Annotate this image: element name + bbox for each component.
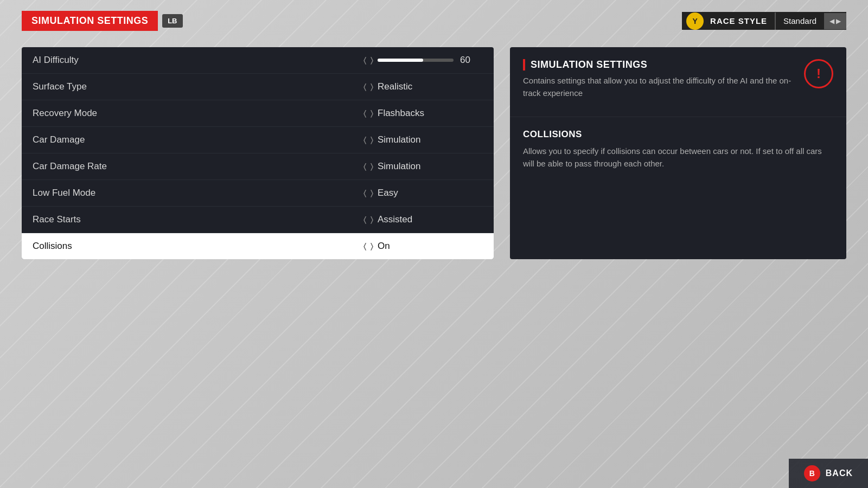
back-label: BACK bbox=[826, 468, 853, 478]
chevron-right-car-damage[interactable]: 〉 bbox=[371, 136, 373, 145]
chevron-right-race-starts[interactable]: 〉 bbox=[371, 215, 373, 224]
row-control-race-starts[interactable]: 〈 〉 Assisted bbox=[363, 214, 483, 225]
race-style-label: RACE STYLE bbox=[708, 12, 775, 30]
row-control-car-damage[interactable]: 〈 〉 Simulation bbox=[363, 134, 483, 145]
info-title-collisions: COLLISIONS bbox=[523, 129, 833, 140]
settings-row-collisions[interactable]: Collisions 〈 〉 On bbox=[22, 233, 494, 259]
settings-row-low-fuel-mode[interactable]: Low Fuel Mode 〈 〉 Easy bbox=[22, 180, 494, 207]
settings-panel: AI Difficulty 〈 〉 60 Surface Type 〈 bbox=[22, 47, 494, 259]
chevron-right-ai[interactable]: 〉 bbox=[371, 56, 373, 65]
collisions-value: On bbox=[378, 241, 390, 252]
row-label-car-damage: Car Damage bbox=[33, 134, 363, 145]
row-control-car-damage-rate[interactable]: 〈 〉 Simulation bbox=[363, 161, 483, 172]
chevron-right-icon: ▶ bbox=[836, 17, 841, 25]
chevron-right-surface[interactable]: 〉 bbox=[371, 82, 373, 92]
row-label-ai-difficulty: AI Difficulty bbox=[33, 55, 363, 66]
chevron-right-low-fuel[interactable]: 〉 bbox=[371, 189, 373, 198]
chevron-left-race-starts[interactable]: 〈 bbox=[363, 215, 366, 224]
low-fuel-mode-value: Easy bbox=[378, 188, 398, 198]
y-button[interactable]: Y bbox=[686, 12, 704, 30]
info-panel: SIMULATION SETTINGS Contains settings th… bbox=[510, 47, 846, 259]
row-label-low-fuel-mode: Low Fuel Mode bbox=[33, 188, 363, 198]
settings-row-car-damage-rate[interactable]: Car Damage Rate 〈 〉 Simulation bbox=[22, 153, 494, 180]
main-area: AI Difficulty 〈 〉 60 Surface Type 〈 bbox=[0, 47, 868, 259]
info-title: SIMULATION SETTINGS bbox=[523, 59, 804, 70]
ai-difficulty-slider-container: 60 bbox=[378, 55, 470, 66]
row-control-surface-type[interactable]: 〈 〉 Realistic bbox=[363, 81, 483, 92]
sim-settings-title: Simulation Settings bbox=[22, 11, 158, 31]
settings-row-car-damage[interactable]: Car Damage 〈 〉 Simulation bbox=[22, 127, 494, 153]
info-section-1: SIMULATION SETTINGS Contains settings th… bbox=[510, 47, 846, 117]
chevron-left-surface[interactable]: 〈 bbox=[363, 82, 366, 92]
race-style-icon[interactable]: ◀ ▶ bbox=[824, 13, 846, 29]
row-control-collisions[interactable]: 〈 〉 On bbox=[363, 241, 483, 252]
info-section-header: SIMULATION SETTINGS Contains settings th… bbox=[523, 59, 833, 99]
chevron-left-recovery[interactable]: 〈 bbox=[363, 109, 366, 118]
chevron-right-car-damage-rate[interactable]: 〉 bbox=[371, 162, 373, 171]
row-label-surface-type: Surface Type bbox=[33, 81, 363, 92]
b-button[interactable]: B bbox=[804, 465, 820, 481]
car-damage-rate-value: Simulation bbox=[378, 161, 420, 172]
row-control-low-fuel-mode[interactable]: 〈 〉 Easy bbox=[363, 188, 483, 198]
row-label-recovery-mode: Recovery Mode bbox=[33, 108, 363, 119]
chevron-left-car-damage-rate[interactable]: 〈 bbox=[363, 162, 366, 171]
car-damage-value: Simulation bbox=[378, 134, 420, 145]
info-section-2: COLLISIONS Allows you to specify if coll… bbox=[510, 117, 846, 182]
row-control-recovery-mode[interactable]: 〈 〉 Flashbacks bbox=[363, 108, 483, 119]
settings-row-race-starts[interactable]: Race Starts 〈 〉 Assisted bbox=[22, 207, 494, 233]
info-description-collisions: Allows you to specify if collisions can … bbox=[523, 145, 833, 170]
lb-button: LB bbox=[162, 14, 182, 28]
chevron-left-low-fuel[interactable]: 〈 bbox=[363, 189, 366, 198]
race-style-area[interactable]: Y RACE STYLE Standard ◀ ▶ bbox=[682, 12, 846, 30]
header: Simulation Settings LB Y RACE STYLE Stan… bbox=[0, 0, 868, 42]
ai-difficulty-value: 60 bbox=[460, 55, 470, 66]
ai-difficulty-slider-fill bbox=[378, 59, 423, 62]
bottom-bar: B BACK bbox=[789, 459, 868, 488]
chevron-left-car-damage[interactable]: 〈 bbox=[363, 136, 366, 145]
chevron-left-collisions[interactable]: 〈 bbox=[363, 242, 366, 251]
row-label-collisions: Collisions bbox=[33, 241, 363, 252]
row-control-ai-difficulty[interactable]: 〈 〉 60 bbox=[363, 55, 483, 66]
settings-row-ai-difficulty[interactable]: AI Difficulty 〈 〉 60 bbox=[22, 47, 494, 74]
surface-type-value: Realistic bbox=[378, 81, 412, 92]
row-label-car-damage-rate: Car Damage Rate bbox=[33, 161, 363, 172]
row-label-race-starts: Race Starts bbox=[33, 214, 363, 225]
info-description: Contains settings that allow you to adju… bbox=[523, 75, 804, 99]
recovery-mode-value: Flashbacks bbox=[378, 108, 424, 119]
chevron-right-collisions[interactable]: 〉 bbox=[371, 242, 373, 251]
chevron-left-icon: ◀ bbox=[829, 17, 834, 25]
race-style-value: Standard bbox=[776, 12, 824, 30]
race-starts-value: Assisted bbox=[378, 214, 412, 225]
settings-row-surface-type[interactable]: Surface Type 〈 〉 Realistic bbox=[22, 74, 494, 100]
sim-settings-badge: Simulation Settings LB bbox=[22, 11, 183, 31]
chevron-right-recovery[interactable]: 〉 bbox=[371, 109, 373, 118]
info-warning-icon: ! bbox=[804, 59, 833, 88]
ai-difficulty-slider-track bbox=[378, 59, 454, 62]
chevron-left-ai[interactable]: 〈 bbox=[363, 56, 366, 65]
settings-row-recovery-mode[interactable]: Recovery Mode 〈 〉 Flashbacks bbox=[22, 100, 494, 127]
